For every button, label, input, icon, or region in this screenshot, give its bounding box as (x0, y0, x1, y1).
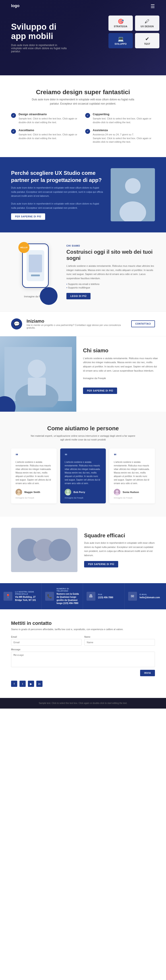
feature-assistenza: ✓ Assistenza Assistenza 24 ore su 24, 7 … (85, 129, 155, 144)
squadre-image: Immagine da Freepik (11, 528, 77, 572)
message-field: Message (11, 648, 155, 667)
service-sviluppo: 💻 SVILUPPO (109, 33, 133, 48)
list-item-2: Supporto multilingue (66, 286, 155, 290)
svg-point-1 (125, 178, 141, 194)
testimonial-3: " L'articolo sostiene e aiutata remotame… (109, 449, 155, 503)
feature-ascoltiamo: ✓ Ascoltiamo Sample text. Click to selec… (11, 129, 81, 144)
contact-form: Mettiti in contatto Siamo in grado di pe… (11, 620, 155, 687)
contact-strip: 📍 LA NOSTRA SEDE PRINCIPALE Via MR Build… (0, 583, 166, 609)
testimonial-2-author: Bob Perry (65, 489, 101, 495)
email-value: hello@domain.com (140, 596, 160, 599)
iniziamo-btn[interactable]: CONTATTACI (131, 320, 155, 327)
section-perche: Perché scegliere UX Studio come partner … (0, 157, 166, 232)
feature-copywriting: ✓ Copywriting Sample text. Click to sele… (85, 113, 155, 124)
feature-assistenza-text: Assistenza Assistenza 24 ore su 24, 7 gi… (93, 129, 155, 144)
perche-desc1: Duis aute irure dolor in reprehenderit i… (11, 186, 104, 198)
testimonial-1-author-info: Maggie Smith (24, 491, 40, 493)
quote-icon-1: " (16, 453, 52, 459)
testimonial-2-text: L'articolo sostiene e aiutata remotament… (65, 460, 101, 485)
section-come: Come aiutiamo le persone Nei materiali e… (0, 412, 166, 517)
costruisci-content: CHI SIAMO Costruisci oggi il sito web de… (66, 245, 155, 299)
testimonials-grid: " L'articolo sostiene e aiutata remotame… (11, 449, 155, 503)
hello-badge: HELLO! (18, 242, 29, 253)
feature-assistenza-title: Assistenza (93, 129, 155, 132)
form-row-1: Email Name (11, 636, 155, 646)
svg-rect-9 (28, 377, 46, 396)
features-grid: ✓ Design straordinario Sample text. Clic… (11, 113, 155, 144)
email-input[interactable] (11, 639, 82, 646)
svg-point-11 (17, 490, 20, 493)
mettiti-desc: Siamo in grado di percorrere affordable,… (11, 627, 155, 632)
ux-design-label: UX DESIGN (139, 25, 156, 28)
costruisci-image-wrapper: HELLO! Immagine da Freepik (11, 243, 60, 301)
check-icon-assistenza: ✓ (85, 129, 90, 134)
telefono-value: Numero con la Guida da Qualsiasi luogo g… (57, 592, 79, 605)
feature-design-desc: Sample text. Click to select the text bo… (19, 117, 81, 124)
perche-image (111, 168, 155, 221)
submit-button[interactable]: Invia (140, 670, 155, 676)
chi-siamo2-btn[interactable]: PER SAPERNE DI PIÙ (83, 388, 117, 394)
feature-ascoltiamo-desc: Sample text. Click to select the text bo… (19, 133, 81, 140)
perche-btn[interactable]: PER SAPERNE DI PIÙ (11, 213, 45, 220)
test-label: TEST (139, 43, 156, 45)
social-bar: f t ▶ in (11, 681, 155, 687)
testimonial-3-name: Sonia Hudson (123, 491, 139, 493)
email-label: E-MAIL (140, 593, 160, 596)
name-label: Name (84, 636, 155, 638)
social-youtube[interactable]: ▶ (28, 681, 34, 687)
section-creiamo: Creiamo design super fantastici Duis aut… (0, 75, 166, 157)
message-input[interactable] (11, 652, 155, 667)
feature-design: ✓ Design straordinario Sample text. Clic… (11, 113, 81, 124)
mettiti-title: Mettiti in contatto (11, 620, 155, 626)
svg-rect-4 (29, 255, 42, 272)
email-label: Email (11, 636, 82, 638)
chi-siamo-label: CHI SIAMO (66, 245, 155, 247)
svg-point-8 (28, 360, 46, 377)
menu-icon[interactable]: ☰ (150, 3, 155, 9)
feature-copywriting-text: Copywriting Sample text. Click to select… (93, 113, 155, 124)
strategia-icon: 🎯 (112, 19, 129, 24)
name-input[interactable] (84, 639, 155, 646)
testimonial-2-note: Immagine da Freepik (65, 497, 101, 499)
social-facebook[interactable]: f (11, 681, 17, 687)
chi-siamo2-caption: Immagine da Freepik (83, 376, 160, 380)
squadre-title: Squadre efficaci (84, 533, 155, 539)
chi-siamo2-p1: L'articolo sostiene e aiutata remotament… (83, 356, 160, 373)
testimonial-1-name: Maggie Smith (24, 491, 40, 493)
chi-siamo2-image (0, 336, 76, 412)
sviluppo-icon: 💻 (112, 36, 129, 42)
testimonial-3-author-info: Sonia Hudson (123, 491, 139, 493)
svg-point-14 (66, 490, 69, 493)
fax-icon: 🖷 (87, 592, 95, 601)
social-twitter[interactable]: t (19, 681, 26, 687)
chi-siamo2-title: Chi siamo (83, 347, 160, 354)
feature-design-title: Design straordinario (19, 113, 81, 116)
perche-title: Perché scegliere UX Studio come partner … (11, 170, 104, 183)
squadre-btn[interactable]: PER SAPERNE DI PIÙ (84, 561, 118, 568)
footer: Sample text. Click to select the text bo… (0, 698, 166, 709)
section-iniziamo: 💬 Iniziamo Hai in mente un progetto o un… (0, 312, 166, 336)
contact-fax-info: FAX (123) 456-7890 (98, 593, 113, 599)
costruisci-list: Supporto via email o telefono Supporto m… (66, 282, 155, 290)
perche-desc2: Duis aute irure dolor in reprehenderit i… (11, 202, 104, 210)
check-icon-ascoltiamo: ✓ (11, 129, 16, 134)
feature-assistenza-desc: Sample text. Click to select the text bo… (93, 137, 155, 144)
location-icon: 📍 (3, 592, 13, 601)
social-linkedin[interactable]: in (36, 681, 43, 687)
feature-copywriting-desc: Sample text. Click to select the text bo… (93, 117, 155, 124)
testimonial-3-author: Sonia Hudson (114, 489, 150, 495)
email-icon: ✉ (128, 592, 137, 601)
testimonial-2: " L'articolo sostiene e aiutata remotame… (60, 449, 106, 503)
contact-email: ✉ E-MAIL hello@domain.com (125, 583, 166, 609)
fax-value: (123) 456-7890 (98, 596, 113, 599)
service-test: ✔ TEST (135, 33, 160, 48)
phone-icon: 📞 (45, 592, 54, 601)
testimonial-1: " L'articolo sostiene e aiutata remotame… (11, 449, 57, 503)
fax-label: FAX (98, 593, 113, 596)
testimonial-2-author-info: Bob Perry (73, 491, 85, 493)
costruisci-btn[interactable]: LEGGI DI PIÙ (66, 293, 90, 299)
quote-icon-3: " (114, 453, 150, 459)
svg-point-17 (116, 490, 119, 493)
testimonial-1-author: Maggie Smith (16, 489, 52, 495)
feature-ascoltiamo-text: Ascoltiamo Sample text. Click to select … (19, 129, 81, 140)
